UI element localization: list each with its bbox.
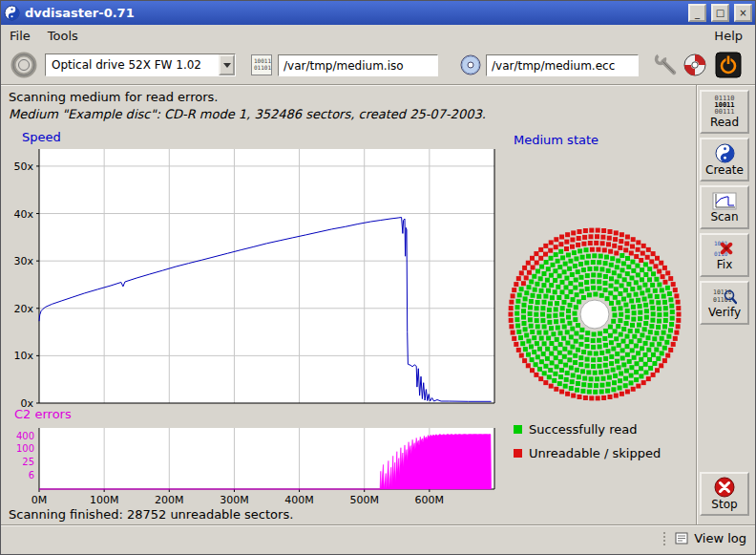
scan-button[interactable]: Scan xyxy=(700,185,749,229)
menubar: File Tools Help xyxy=(1,25,755,46)
iso-icon-bits-row2: 01101 xyxy=(254,64,269,71)
read-binary-icon: 01110 10011 00111 xyxy=(714,96,734,116)
svg-text:30x: 30x xyxy=(13,255,33,267)
menu-file[interactable]: File xyxy=(1,27,39,45)
power-icon xyxy=(715,52,742,78)
view-log-button[interactable]: View log xyxy=(663,531,746,545)
legend-label-unreadable: Unreadable / skipped xyxy=(529,446,661,460)
svg-text:40x: 40x xyxy=(13,208,33,221)
verify-button-label: Verify xyxy=(708,307,741,319)
status-line-primary: Scanning medium for read errors. xyxy=(9,90,218,104)
titlebar[interactable]: dvdisaster-0.71 _ □ × xyxy=(1,1,755,25)
scan-graph-icon xyxy=(712,192,737,210)
svg-text:Speed: Speed xyxy=(22,130,61,144)
iso-file-icon: 10011 01101 xyxy=(251,54,272,75)
svg-text:100M: 100M xyxy=(90,494,119,506)
create-button[interactable]: Create xyxy=(700,138,749,181)
svg-text:600M: 600M xyxy=(415,494,445,506)
close-button[interactable]: × xyxy=(734,4,752,22)
svg-text:500M: 500M xyxy=(349,494,379,506)
drive-select-value: Optical drive 52X FW 1.02 xyxy=(46,54,219,75)
drive-icon xyxy=(10,51,38,79)
iso-icon-bits-row1: 10011 xyxy=(254,57,269,64)
svg-text:25: 25 xyxy=(22,457,34,467)
legend-item-unreadable: Unreadable / skipped xyxy=(514,446,661,460)
svg-text:100: 100 xyxy=(16,443,34,454)
disc-logo-icon xyxy=(682,53,707,77)
svg-text:400: 400 xyxy=(16,431,34,441)
stop-button[interactable]: Stop xyxy=(700,472,749,516)
verify-icon: 10110 01101 xyxy=(712,287,737,306)
app-icon xyxy=(4,5,20,21)
wrench-icon xyxy=(654,53,679,77)
sidebar-separator xyxy=(696,85,698,525)
svg-text:200M: 200M xyxy=(155,494,184,506)
footer-status: Scanning finished: 28752 unreadable sect… xyxy=(9,507,293,522)
footer-separator xyxy=(1,524,755,526)
stop-button-label: Stop xyxy=(711,499,737,511)
read-button[interactable]: 01110 10011 00111 Read xyxy=(700,90,749,134)
svg-text:400M: 400M xyxy=(284,494,314,506)
menu-help[interactable]: Help xyxy=(705,27,751,45)
create-button-label: Create xyxy=(705,164,744,177)
legend-label-success: Successfully read xyxy=(529,422,637,437)
read-button-label: Read xyxy=(710,117,739,129)
toolbar-separator xyxy=(1,84,755,86)
view-log-icon xyxy=(675,532,688,544)
maximize-button[interactable]: □ xyxy=(711,4,729,22)
quit-button[interactable] xyxy=(715,51,744,79)
medium-state-disc xyxy=(505,146,696,414)
legend-swatch-success xyxy=(514,425,522,434)
minimize-button[interactable]: _ xyxy=(688,4,706,22)
svg-text:10110: 10110 xyxy=(713,288,732,296)
svg-text:20x: 20x xyxy=(13,303,33,315)
read-bits-row3: 00111 xyxy=(714,109,734,116)
svg-text:C2 errors: C2 errors xyxy=(14,407,72,421)
scan-button-label: Scan xyxy=(710,211,738,224)
ecc-file-icon xyxy=(459,53,482,76)
fix-button[interactable]: 1001 0110 Fix xyxy=(700,233,749,277)
menu-tools[interactable]: Tools xyxy=(39,27,87,45)
ecc-path-input[interactable] xyxy=(486,54,639,76)
fix-tools-icon: 1001 0110 xyxy=(712,239,737,258)
chevron-down-icon[interactable] xyxy=(219,54,235,75)
medium-state-title: Medium state xyxy=(514,133,598,147)
preferences-button[interactable] xyxy=(654,51,681,79)
svg-text:0M: 0M xyxy=(32,494,48,506)
stop-icon xyxy=(714,477,735,498)
svg-text:10x: 10x xyxy=(13,350,33,362)
app-logo-button[interactable] xyxy=(682,51,709,79)
legend-item-success: Successfully read xyxy=(514,422,637,437)
verify-button[interactable]: 10110 01101 Verify xyxy=(700,281,749,325)
yinyang-icon xyxy=(715,143,735,163)
status-line-medium-info: Medium "Example disc": CD-R mode 1, 3524… xyxy=(9,107,486,121)
legend-swatch-unreadable xyxy=(514,449,522,458)
view-log-label: View log xyxy=(694,531,746,545)
panel-grip xyxy=(663,532,667,545)
drive-select[interactable]: Optical drive 52X FW 1.02 xyxy=(45,53,236,76)
svg-text:6: 6 xyxy=(29,470,34,480)
iso-path-input[interactable] xyxy=(278,54,438,76)
svg-text:50x: 50x xyxy=(13,160,33,173)
window-title: dvdisaster-0.71 xyxy=(25,6,135,20)
app-window: dvdisaster-0.71 _ □ × File Tools Help Op… xyxy=(0,0,756,555)
fix-button-label: Fix xyxy=(717,259,732,271)
svg-text:300M: 300M xyxy=(220,494,249,506)
